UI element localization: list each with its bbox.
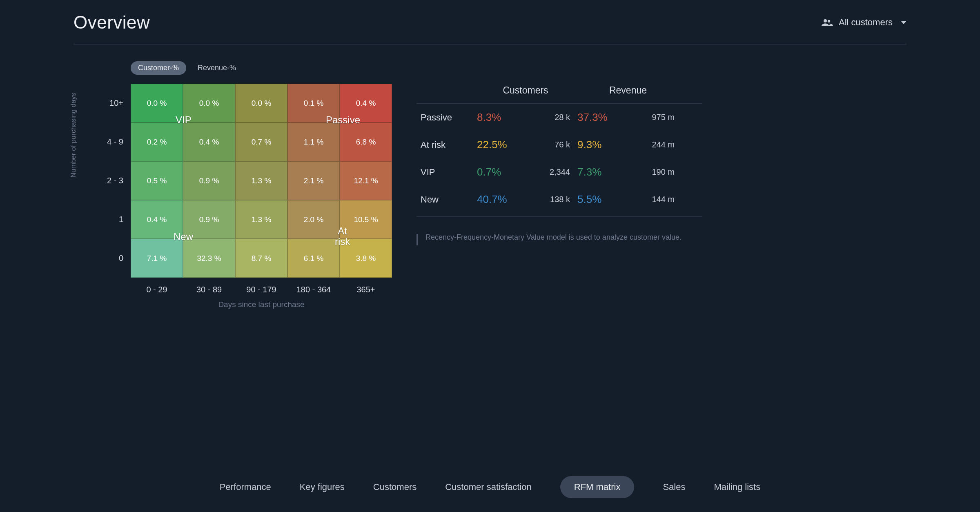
heatmap-cell[interactable]: 2.0 % bbox=[287, 200, 340, 239]
tab-sales[interactable]: Sales bbox=[663, 482, 685, 492]
customers-pct: 40.7% bbox=[477, 193, 530, 206]
heatmap-cell[interactable]: 8.7 % bbox=[235, 239, 287, 278]
customer-filter-dropdown[interactable]: All customers bbox=[821, 17, 906, 28]
segment-name: VIP bbox=[421, 167, 474, 178]
customers-count: 28 k bbox=[533, 113, 574, 122]
svg-point-1 bbox=[828, 20, 830, 22]
summary-head-revenue: Revenue bbox=[577, 85, 679, 96]
heatmap-cell[interactable]: 0.4 % bbox=[131, 200, 183, 239]
tab-key-figures[interactable]: Key figures bbox=[300, 482, 345, 492]
segment-name: New bbox=[421, 194, 474, 205]
revenue-amount: 244 m bbox=[634, 140, 679, 149]
heatmap-cell[interactable]: 0.0 % bbox=[131, 84, 183, 122]
people-icon bbox=[821, 18, 833, 27]
revenue-amount: 975 m bbox=[634, 113, 679, 122]
heatmap-cell[interactable]: 32.3 % bbox=[183, 239, 235, 278]
tab-mailing-lists[interactable]: Mailing lists bbox=[714, 482, 760, 492]
y-axis-title: Number of purchasing days bbox=[69, 93, 78, 178]
x-axis-title: Days since last purchase bbox=[131, 300, 392, 309]
tab-customers[interactable]: Customers bbox=[373, 482, 416, 492]
segment-name: At risk bbox=[421, 140, 474, 150]
heatmap-cell[interactable]: 0.0 % bbox=[235, 84, 287, 122]
x-tick-label: 30 - 89 bbox=[183, 285, 235, 294]
heatmap-cell[interactable]: 0.4 % bbox=[183, 122, 235, 161]
y-tick-label: 4 - 9 bbox=[107, 122, 123, 161]
heatmap-cell[interactable]: 12.1 % bbox=[340, 161, 392, 200]
heatmap-cell[interactable]: 7.1 % bbox=[131, 239, 183, 278]
summary-row[interactable]: New40.7%138 k5.5%144 m bbox=[416, 186, 702, 213]
heatmap-cell[interactable]: 3.8 % bbox=[340, 239, 392, 278]
summary-row[interactable]: At risk22.5%76 k9.3%244 m bbox=[416, 131, 702, 158]
heatmap-cell[interactable]: 1.3 % bbox=[235, 161, 287, 200]
heatmap-cell[interactable]: 0.1 % bbox=[287, 84, 340, 122]
heatmap-cell[interactable]: 0.7 % bbox=[235, 122, 287, 161]
revenue-pct: 9.3% bbox=[577, 138, 630, 151]
heatmap-cell[interactable]: 0.2 % bbox=[131, 122, 183, 161]
customers-count: 76 k bbox=[533, 140, 574, 149]
revenue-amount: 190 m bbox=[634, 167, 679, 177]
page-header: Overview All customers bbox=[74, 0, 906, 45]
x-tick-label: 180 - 364 bbox=[287, 285, 340, 294]
section-tabs: PerformanceKey figuresCustomersCustomer … bbox=[0, 476, 980, 498]
chevron-down-icon bbox=[901, 21, 906, 24]
summary-row[interactable]: VIP0.7%2,3447.3%190 m bbox=[416, 158, 702, 186]
rfm-note: Recency-Frequency-Monetary Value model i… bbox=[425, 233, 682, 242]
heatmap-cell[interactable]: 0.0 % bbox=[183, 84, 235, 122]
revenue-pct: 5.5% bbox=[577, 193, 630, 206]
heatmap-cell[interactable]: 1.3 % bbox=[235, 200, 287, 239]
page-title: Overview bbox=[74, 12, 150, 33]
x-tick-label: 90 - 179 bbox=[235, 285, 287, 294]
rfm-heatmap: Number of purchasing days 10+4 - 92 - 31… bbox=[74, 84, 392, 278]
heatmap-cell[interactable]: 6.8 % bbox=[340, 122, 392, 161]
heatmap-cell[interactable]: 0.9 % bbox=[183, 200, 235, 239]
tab-customer-satisfaction[interactable]: Customer satisfaction bbox=[445, 482, 532, 492]
tab-rfm-matrix[interactable]: RFM matrix bbox=[560, 476, 635, 498]
heatmap-cell[interactable]: 1.1 % bbox=[287, 122, 340, 161]
customers-pct: 22.5% bbox=[477, 138, 530, 151]
toggle-revenue-pct[interactable]: Revenue-% bbox=[198, 64, 236, 72]
x-tick-label: 365+ bbox=[340, 285, 392, 294]
svg-point-0 bbox=[824, 19, 827, 22]
revenue-pct: 7.3% bbox=[577, 166, 630, 178]
heatmap-cell[interactable]: 10.5 % bbox=[340, 200, 392, 239]
y-tick-label: 2 - 3 bbox=[107, 161, 123, 200]
heatmap-cell[interactable]: 0.9 % bbox=[183, 161, 235, 200]
tab-performance[interactable]: Performance bbox=[220, 482, 271, 492]
x-tick-label: 0 - 29 bbox=[131, 285, 183, 294]
y-tick-label: 0 bbox=[119, 239, 123, 278]
heatmap-cell[interactable]: 0.5 % bbox=[131, 161, 183, 200]
customer-filter-label: All customers bbox=[839, 17, 893, 28]
revenue-amount: 144 m bbox=[634, 195, 679, 204]
y-tick-label: 10+ bbox=[109, 84, 123, 122]
customers-pct: 0.7% bbox=[477, 166, 530, 178]
segment-name: Passive bbox=[421, 112, 474, 123]
segment-summary-table: Customers Revenue Passive8.3%28 k37.3%97… bbox=[416, 78, 702, 217]
summary-head-customers: Customers bbox=[477, 85, 574, 96]
customers-count: 2,344 bbox=[533, 167, 574, 177]
customers-pct: 8.3% bbox=[477, 111, 530, 124]
y-tick-label: 1 bbox=[119, 200, 123, 239]
heatmap-cell[interactable]: 2.1 % bbox=[287, 161, 340, 200]
heatmap-cell[interactable]: 6.1 % bbox=[287, 239, 340, 278]
revenue-pct: 37.3% bbox=[577, 111, 630, 124]
metric-toggle-group: Customer-% Revenue-% bbox=[131, 61, 392, 75]
summary-row[interactable]: Passive8.3%28 k37.3%975 m bbox=[416, 104, 702, 131]
note-indicator bbox=[416, 234, 418, 245]
toggle-customer-pct[interactable]: Customer-% bbox=[131, 61, 186, 75]
customers-count: 138 k bbox=[533, 195, 574, 204]
heatmap-cell[interactable]: 0.4 % bbox=[340, 84, 392, 122]
